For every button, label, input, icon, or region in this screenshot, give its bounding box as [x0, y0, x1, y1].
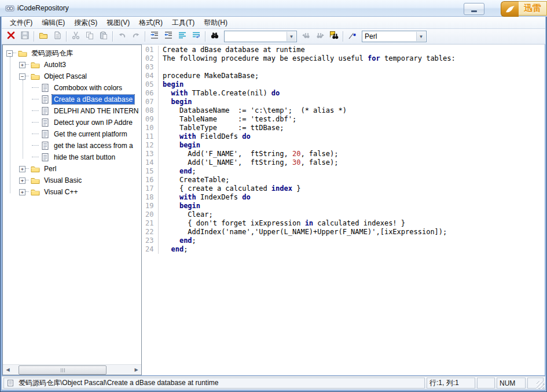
highlighter-pen-button[interactable]	[346, 29, 359, 43]
delete-icon	[6, 31, 16, 42]
doc-icon	[41, 83, 50, 93]
find-next-button	[313, 29, 327, 43]
line-number: 11	[143, 132, 158, 141]
xunlei-overlay-button[interactable]: 迅雷	[501, 1, 547, 16]
tree-guide-line	[23, 80, 24, 158]
highlighter-pen-icon	[348, 31, 357, 42]
code-line-20: 20 Clear;	[143, 210, 545, 219]
xunlei-label: 迅雷	[519, 1, 547, 16]
scrollbar-track[interactable]	[13, 365, 131, 375]
tree-item-11[interactable]: +Visual Basic	[3, 175, 141, 186]
menu-item-5[interactable]: 工具(T)	[167, 17, 199, 29]
line-number: 15	[143, 167, 158, 176]
search-combo[interactable]: ▼	[224, 31, 297, 42]
tree-item-10[interactable]: +Perl	[3, 163, 141, 175]
gutter-separator	[158, 46, 159, 54]
code-text: begin	[163, 98, 545, 106]
code-text: The following procedure may be especiall…	[163, 54, 545, 63]
delete-button[interactable]	[4, 29, 18, 43]
expand-icon[interactable]: +	[19, 166, 25, 172]
tree-item-1[interactable]: +AutoIt3	[3, 59, 141, 71]
code-line-06: 06 with TTable.Create(nil) do	[143, 89, 545, 98]
menu-item-2[interactable]: 搜索(S)	[69, 17, 102, 29]
redo-icon	[131, 31, 141, 42]
language-combo[interactable]: Perl▼	[362, 31, 427, 42]
gutter-separator	[158, 72, 159, 80]
code-line-19: 19 begin	[143, 202, 545, 210]
main-area: −爱码源码仓库+AutoIt3−Object PascalCombobox wi…	[2, 45, 545, 375]
code-line-15: 15 end;	[143, 167, 545, 176]
indent-icon	[150, 31, 159, 42]
app-icon	[5, 3, 14, 13]
scrollbar-thumb[interactable]	[19, 365, 107, 375]
collapse-icon[interactable]: −	[19, 73, 25, 80]
save-button	[18, 29, 32, 43]
code-text: begin	[163, 202, 545, 210]
code-text: Add('F_NAME', ftString, 20, false);	[163, 150, 545, 158]
code-line-22: 22 AddIndex('name','Upper(L_NAME)+Upper(…	[143, 228, 545, 236]
chevron-down-icon[interactable]: ▼	[287, 32, 296, 41]
collapse-icon[interactable]: −	[6, 50, 13, 57]
line-number: 13	[143, 150, 158, 158]
tree-item-label: Detect your own IP Addre	[52, 118, 134, 127]
tree-item-12[interactable]: +Visual C++	[3, 186, 141, 198]
chevron-down-icon[interactable]: ▼	[416, 32, 425, 41]
expand-icon[interactable]: +	[19, 62, 25, 68]
tree-item-0[interactable]: −爱码源码仓库	[3, 47, 141, 59]
menu-item-4[interactable]: 格式(R)	[134, 17, 167, 29]
line-number: 22	[143, 228, 158, 236]
outdent-button[interactable]	[161, 29, 175, 43]
menu-item-1[interactable]: 编辑(E)	[37, 17, 69, 29]
minimize-button[interactable]	[464, 3, 484, 15]
snippet-tree-panel[interactable]: −爱码源码仓库+AutoIt3−Object PascalCombobox wi…	[2, 45, 142, 375]
folder-icon	[31, 187, 40, 197]
scroll-right-arrow[interactable]: ▶	[131, 365, 141, 375]
scroll-left-arrow[interactable]: ◀	[3, 365, 13, 375]
code-text: Add('L_NAME', ftString, 30, false);	[163, 158, 545, 167]
tree-connector	[25, 191, 29, 193]
code-editor[interactable]: 01Create a dBase database at runtime02Th…	[143, 45, 545, 375]
folder-icon	[31, 176, 40, 185]
menu-item-3[interactable]: 视图(V)	[102, 17, 134, 29]
code-line-04: 04procedure MakeDataBase;	[143, 72, 545, 80]
tree-item-label: AutoIt3	[42, 60, 68, 69]
code-text: TableType := ttDBase;	[163, 124, 545, 132]
align-button[interactable]	[175, 29, 189, 43]
open-folder-button[interactable]	[36, 29, 50, 43]
menu-item-0[interactable]: 文件(F)	[5, 17, 37, 29]
line-number: 14	[143, 158, 158, 167]
indent-button[interactable]	[148, 29, 161, 43]
title-bar[interactable]: iCodeRepository 迅雷	[0, 0, 547, 17]
tree-item-label: Visual C++	[42, 187, 79, 197]
tree-item-label: Visual Basic	[42, 176, 83, 185]
expand-icon[interactable]: +	[19, 177, 25, 184]
menu-item-6[interactable]: 帮助(H)	[199, 17, 232, 29]
code-line-17: 17 { create a calculated index }	[143, 184, 545, 193]
find-button[interactable]	[208, 29, 222, 43]
undo-button	[115, 29, 129, 43]
toolbar-separator	[66, 31, 67, 42]
tree-horizontal-scrollbar[interactable]: ◀ ▶	[3, 364, 141, 375]
line-number: 24	[143, 245, 158, 254]
code-line-08: 08 DatabaseName := 'c:\temp'; (* alias *…	[143, 106, 545, 115]
code-text: end;	[163, 245, 545, 254]
code-line-16: 16 CreateTable;	[143, 176, 545, 184]
word-wrap-button[interactable]	[189, 29, 203, 43]
replace-button[interactable]	[327, 29, 341, 43]
code-line-23: 23 end;	[143, 236, 545, 245]
gutter-separator	[158, 184, 159, 193]
tree-item-label: hide the start button	[52, 153, 117, 162]
gutter-separator	[158, 89, 159, 98]
expand-icon[interactable]: +	[19, 189, 25, 195]
resize-grip[interactable]	[537, 381, 545, 389]
app-window: iCodeRepository 迅雷 文件(F)编辑(E)搜索(S)视图(V)格…	[0, 0, 547, 392]
gutter-separator	[158, 245, 159, 254]
undo-icon	[118, 31, 127, 42]
find-prev-button	[299, 29, 313, 43]
gutter-separator	[158, 106, 159, 115]
code-text: begin	[163, 80, 545, 89]
xunlei-bird-icon	[501, 1, 519, 17]
new-snippet-icon	[53, 31, 62, 42]
folder-icon	[18, 49, 27, 58]
code-text: Clear;	[163, 210, 545, 219]
